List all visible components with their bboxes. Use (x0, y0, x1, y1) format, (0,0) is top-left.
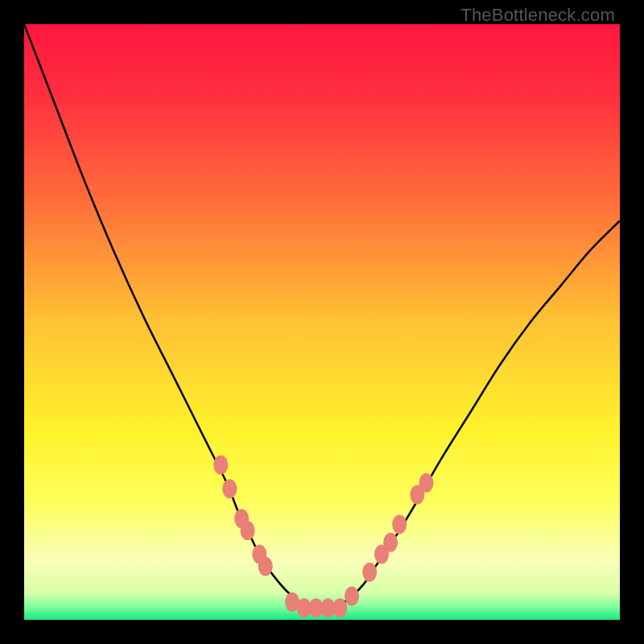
watermark-text: TheBottleneck.com (460, 5, 615, 26)
marker-dot (213, 456, 228, 475)
marker-dot (345, 586, 359, 605)
bottleneck-curve (24, 24, 620, 609)
marker-dot (222, 479, 237, 498)
marker-dot (392, 515, 407, 535)
marker-dot (362, 563, 377, 582)
marker-dot (258, 556, 273, 576)
chart-svg (24, 24, 620, 620)
marker-dot (332, 598, 347, 617)
marker-dot (383, 533, 398, 552)
marker-dot (241, 521, 255, 540)
marker-group (213, 456, 433, 618)
marker-dot (419, 473, 434, 493)
